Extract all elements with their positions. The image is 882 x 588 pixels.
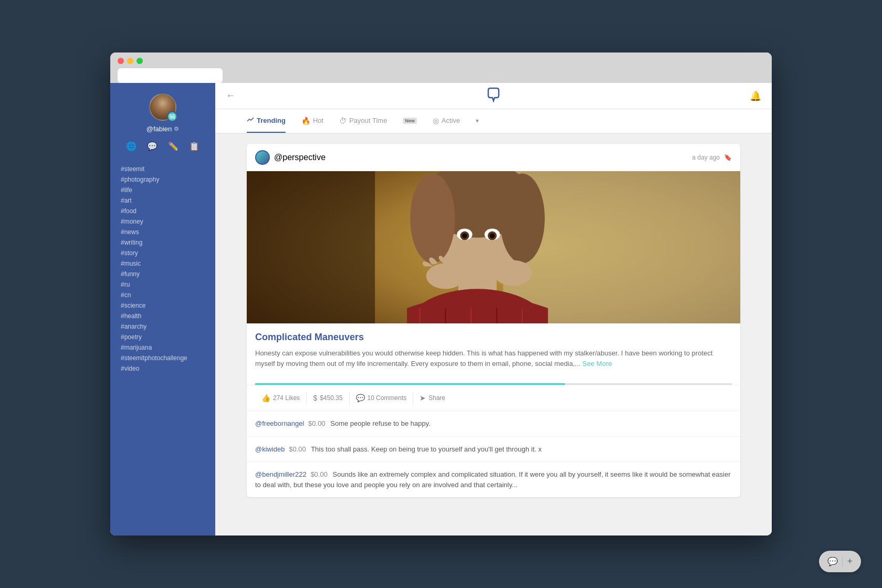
hashtag-steemitphotochallenge[interactable]: #steemitphotochallenge — [121, 353, 205, 363]
comment-author-1[interactable]: @freebornangel — [255, 419, 304, 427]
comment-amount-1: $0.00 — [308, 419, 326, 427]
comment-text-2: This too shall pass. Keep on being true … — [311, 445, 542, 453]
clock-icon: ⏱ — [339, 117, 346, 125]
fab-plus-icon[interactable]: + — [847, 556, 853, 567]
comment-text-1: Some people refuse to be happy. — [330, 419, 430, 427]
comment-author-2[interactable]: @kiwideb — [255, 445, 285, 453]
feed: @perspective a day ago 🔖 — [215, 133, 772, 536]
hashtag-anarchy[interactable]: #anarchy — [121, 321, 205, 332]
globe-icon[interactable]: 🌐 — [126, 141, 136, 151]
hashtag-music[interactable]: #music — [121, 258, 205, 269]
minimize-dot[interactable] — [127, 58, 133, 64]
hashtag-poetry[interactable]: #poetry — [121, 332, 205, 342]
app-logo — [485, 86, 502, 106]
hashtag-art[interactable]: #art — [121, 195, 205, 206]
author-name[interactable]: @perspective — [274, 153, 326, 162]
svg-point-9 — [426, 264, 465, 289]
likes-count: 274 Likes — [273, 394, 300, 402]
tab-payout[interactable]: ⏱ Payout Time — [339, 109, 387, 133]
new-badge: New — [403, 118, 417, 124]
trending-icon — [247, 116, 254, 125]
wallet-icon[interactable]: 📋 — [189, 141, 200, 151]
hashtag-photography[interactable]: #photography — [121, 174, 205, 185]
tab-hot-label: Hot — [313, 117, 323, 124]
tab-hot[interactable]: 🔥 Hot — [301, 109, 323, 133]
hashtag-story[interactable]: #story — [121, 248, 205, 258]
post-excerpt: Honesty can expose vulnerabilities you w… — [255, 348, 732, 369]
post-actions: 👍 274 Likes $ $450.35 💬 10 Comments — [247, 385, 740, 411]
sidebar: 56 @fabien ⚙ 🌐 💬 ✏️ 📋 #steemit #photogra… — [110, 83, 215, 536]
notification-bell-icon[interactable]: 🔔 — [750, 90, 761, 102]
post-title[interactable]: Complicated Maneuvers — [255, 332, 732, 343]
fab-button[interactable]: 💬 + — [819, 551, 861, 572]
post-header: @perspective a day ago 🔖 — [247, 144, 740, 171]
back-button[interactable]: ← — [226, 90, 235, 101]
hashtag-science[interactable]: #science — [121, 300, 205, 311]
hashtag-life[interactable]: #life — [121, 185, 205, 195]
fab-divider — [842, 556, 843, 567]
hashtag-cn[interactable]: #cn — [121, 290, 205, 300]
hot-icon: 🔥 — [301, 117, 310, 125]
comment-amount-3: $0.00 — [310, 470, 328, 478]
main-area: ← 🔔 Trending 🔥 Hot — [215, 83, 772, 536]
comment-icon: 💬 — [356, 394, 365, 402]
tab-bar: Trending 🔥 Hot ⏱ Payout Time New ◎ Activ… — [215, 109, 772, 133]
post-image — [247, 171, 740, 323]
hashtag-food[interactable]: #food — [121, 206, 205, 216]
address-bar[interactable] — [118, 68, 223, 83]
hashtag-steemit[interactable]: #steemit — [121, 164, 205, 174]
username[interactable]: @fabien ⚙ — [146, 125, 180, 133]
gear-icon[interactable]: ⚙ — [174, 125, 179, 132]
svg-rect-2 — [247, 171, 375, 323]
hashtag-writing[interactable]: #writing — [121, 237, 205, 248]
share-label: Share — [428, 394, 445, 402]
comment-author-3[interactable]: @bendjmiller222 — [255, 470, 307, 478]
author-avatar — [255, 150, 270, 165]
hashtag-news[interactable]: #news — [121, 227, 205, 237]
avatar-container: 56 — [149, 93, 176, 121]
hashtag-funny[interactable]: #funny — [121, 269, 205, 279]
post-author[interactable]: @perspective — [255, 150, 326, 165]
comment-1: @freebornangel $0.00 Some people refuse … — [247, 411, 740, 436]
dollar-icon: $ — [313, 394, 317, 402]
hashtag-ru[interactable]: #ru — [121, 279, 205, 290]
hashtag-list: #steemit #photography #life #art #food #… — [110, 164, 215, 374]
post-time: a day ago — [692, 154, 720, 161]
thumbs-up-icon: 👍 — [261, 394, 270, 402]
fab-chat-icon: 💬 — [827, 556, 838, 566]
hashtag-health[interactable]: #health — [121, 311, 205, 321]
post-meta: a day ago 🔖 — [692, 154, 732, 161]
sidebar-nav-icons: 🌐 💬 ✏️ 📋 — [126, 141, 200, 151]
hashtag-marijuana[interactable]: #marijuana — [121, 342, 205, 353]
see-more-link[interactable]: See More — [582, 360, 612, 368]
tab-trending[interactable]: Trending — [247, 109, 286, 133]
tab-trending-label: Trending — [257, 117, 286, 124]
tab-payout-label: Payout Time — [349, 117, 387, 124]
tabs-more-button[interactable]: ▾ — [476, 109, 479, 133]
comment-3: @bendjmiller222 $0.00 Sounds like an ext… — [247, 461, 740, 497]
maximize-dot[interactable] — [136, 58, 143, 64]
hashtag-video[interactable]: #video — [121, 363, 205, 374]
edit-icon[interactable]: ✏️ — [168, 141, 178, 151]
chat-icon[interactable]: 💬 — [147, 141, 158, 151]
svg-point-10 — [494, 260, 532, 286]
notification-badge: 56 — [167, 111, 177, 122]
fab-area: 💬 + — [819, 551, 861, 572]
share-icon: ➤ — [419, 394, 426, 402]
svg-point-16 — [490, 233, 495, 238]
post-card: @perspective a day ago 🔖 — [247, 144, 740, 497]
tab-new[interactable]: New — [403, 109, 417, 133]
likes-button[interactable]: 👍 274 Likes — [255, 392, 307, 404]
comments-button[interactable]: 💬 10 Comments — [350, 392, 414, 404]
bookmark-icon[interactable]: 🔖 — [724, 154, 732, 161]
amount-button[interactable]: $ $450.35 — [307, 392, 349, 404]
hashtag-money[interactable]: #money — [121, 216, 205, 227]
top-nav: ← 🔔 — [215, 83, 772, 109]
comments-count: 10 Comments — [368, 394, 407, 402]
close-dot[interactable] — [118, 58, 124, 64]
tab-active-label: Active — [442, 117, 460, 124]
svg-point-13 — [462, 233, 467, 238]
post-amount: $450.35 — [320, 394, 342, 402]
tab-active[interactable]: ◎ Active — [433, 109, 460, 133]
share-button[interactable]: ➤ Share — [413, 392, 452, 404]
